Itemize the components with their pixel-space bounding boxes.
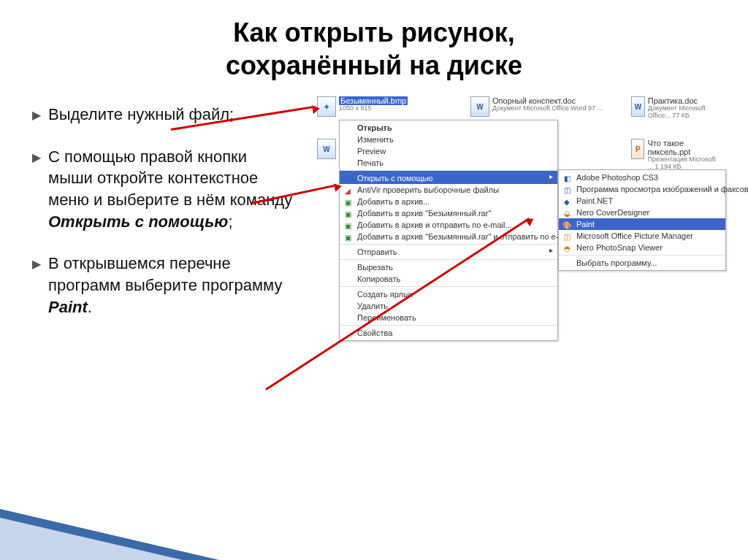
submenu-item-photoshop[interactable]: ◧Adobe Photoshop CS3	[559, 172, 725, 183]
menu-item-antivir[interactable]: ◢AntiVir проверить выборочные файлы	[340, 184, 557, 196]
paintnet-icon: ◆	[562, 196, 572, 207]
slide-corner-decoration-light	[0, 518, 183, 560]
content-row: ▶ Выделите нужный файл; ▶ С помощью прав…	[0, 82, 748, 410]
archive-icon: ▣	[343, 220, 353, 231]
nero-icon: ◓	[562, 243, 572, 253]
file-doc-2[interactable]: W Практика.doc Документ Microsoft Office…	[631, 96, 719, 120]
archive-icon: ▣	[343, 232, 353, 242]
doc-file-icon: W	[631, 96, 645, 117]
archive-icon: ▣	[343, 209, 353, 219]
mspicture-icon: ◫	[562, 231, 572, 242]
arrow-2-head-icon	[334, 182, 343, 192]
menu-item-send-to[interactable]: Отправить	[340, 244, 557, 258]
file-subtext: 1050 x 815	[339, 105, 408, 112]
arrow-1-head-icon	[312, 104, 321, 114]
bullet-marker-icon: ▶	[32, 150, 41, 233]
ppt-file-icon: P	[631, 139, 644, 159]
bullet-2: ▶ С помощью правой кнопки мыши откройте …	[32, 146, 295, 233]
file-doc-1[interactable]: W Опорный конспект.doc Документ Microsof…	[470, 96, 603, 117]
bullet-marker-icon: ▶	[32, 107, 41, 126]
photoshop-icon: ◧	[562, 173, 572, 183]
menu-item-delete[interactable]: Удалить	[340, 300, 557, 312]
menu-item-shortcut[interactable]: Создать ярлык	[340, 286, 557, 300]
page-title: Как открыть рисунок, сохранённый на диск…	[0, 0, 748, 82]
menu-item-add-send-named[interactable]: ▣Добавить в архив "Безымянный.rar" и отп…	[340, 231, 557, 242]
title-line1: Как открыть рисунок,	[233, 18, 515, 47]
menu-item-properties[interactable]: Свойства	[340, 325, 557, 339]
menu-item-preview[interactable]: Preview	[340, 145, 557, 157]
menu-item-open[interactable]: Открыть	[340, 122, 557, 134]
bullet-2-text: С помощью правой кнопки мыши откройте ко…	[48, 146, 295, 233]
archive-icon: ▣	[343, 197, 353, 207]
file-subtext: Презентация Microsoft ... 1 194 КБ	[647, 156, 719, 171]
menu-item-print[interactable]: Печать	[340, 157, 557, 169]
menu-item-open-with[interactable]: Открыть с помощью	[340, 170, 557, 184]
bullet-marker-icon: ▶	[32, 256, 41, 318]
doc-file-icon: W	[317, 139, 336, 159]
open-with-submenu: ◧Adobe Photoshop CS3 ◫Программа просмотр…	[558, 169, 726, 271]
menu-item-add-archive-named[interactable]: ▣Добавить в архив "Безымянный.rar"	[340, 207, 557, 219]
file-subtext: Документ Microsoft Office... 77 КБ	[648, 105, 719, 120]
submenu-item-mspicture[interactable]: ◫Microsoft Office Picture Manager	[559, 230, 725, 242]
menu-item-copy[interactable]: Копировать	[340, 273, 557, 285]
image-viewer-icon: ◫	[562, 185, 572, 195]
file-ppt[interactable]: P Что такое пиксель.ppt Презентация Micr…	[631, 139, 719, 171]
bmp-file-icon: ✦	[317, 96, 336, 117]
submenu-item-choose[interactable]: Выбрать программу...	[559, 255, 725, 269]
submenu-item-paint[interactable]: 🎨Paint	[559, 218, 725, 230]
submenu-item-nerops[interactable]: ◓Nero PhotoSnap Viewer	[559, 242, 725, 253]
submenu-item-paintnet[interactable]: ◆Paint.NET	[559, 195, 725, 207]
bullet-list: ▶ Выделите нужный файл; ▶ С помощью прав…	[32, 96, 295, 410]
bullet-3: ▶ В открывшемся перечне программ выберит…	[32, 253, 295, 318]
file-subtext: Документ Microsoft Office Word 97 ...	[492, 105, 603, 112]
paint-icon: 🎨	[562, 220, 572, 230]
file-name: Что такое пиксель.ppt	[647, 139, 719, 156]
nero-icon: ◒	[562, 208, 572, 218]
file-bmp[interactable]: ✦ Безымянный.bmp 1050 x 815	[317, 96, 408, 117]
bullet-3-text: В открывшемся перечне программ выберите …	[48, 253, 295, 318]
screenshot-area: ✦ Безымянный.bmp 1050 x 815 W Опорный ко…	[295, 96, 719, 410]
context-menu: Открыть Изменить Preview Печать Открыть …	[339, 120, 558, 341]
menu-item-add-archive[interactable]: ▣Добавить в архив...	[340, 196, 557, 207]
doc-file-icon: W	[470, 96, 489, 117]
title-line2: сохранённый на диске	[226, 50, 522, 80]
file-extra[interactable]: W	[317, 139, 336, 159]
submenu-item-viewer[interactable]: ◫Программа просмотра изображений и факсо…	[559, 183, 725, 195]
submenu-item-nerocd[interactable]: ◒Nero CoverDesigner	[559, 207, 725, 218]
shield-icon: ◢	[343, 185, 353, 196]
menu-item-edit[interactable]: Изменить	[340, 134, 557, 145]
